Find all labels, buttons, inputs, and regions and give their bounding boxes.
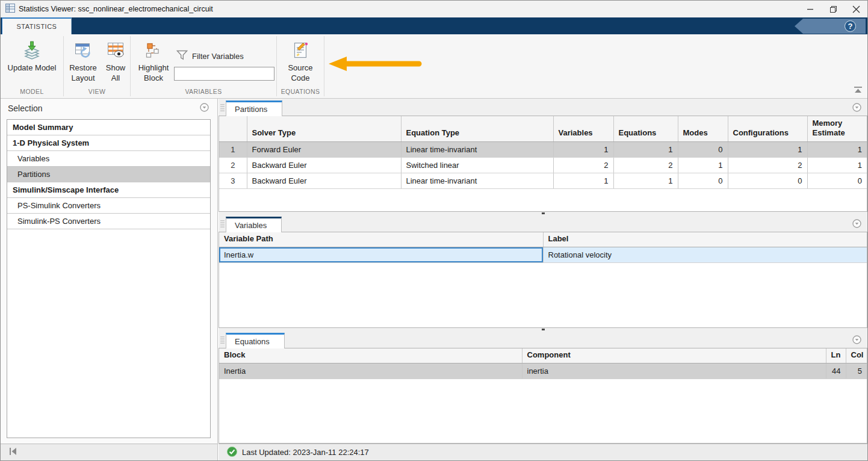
ribbon-section-variables: VARIABLES [131, 88, 276, 98]
cell-memory-estimate[interactable]: 1 [807, 157, 867, 173]
restore-button[interactable] [822, 1, 845, 17]
ribbon-section-view: VIEW [64, 88, 130, 98]
col-modes: Modes [678, 116, 728, 141]
panel-drag-grip-icon[interactable] [220, 104, 225, 114]
source-code-label: Source Code [282, 63, 318, 84]
selection-list: Model Summary 1-D Physical System Variab… [7, 119, 211, 438]
variables-tab-bar: Variables [219, 215, 867, 232]
ribbon-group-equations: Source Code EQUATIONS [277, 34, 324, 98]
cell-equations[interactable]: 1 [613, 173, 678, 188]
minimize-button[interactable] [799, 1, 822, 17]
cell-component[interactable]: inertia [522, 364, 826, 379]
col-col: Col [846, 348, 867, 364]
cell-variables[interactable]: 1 [553, 141, 613, 157]
cell-block[interactable]: Inertia [219, 364, 522, 379]
cell-col[interactable]: 5 [846, 364, 867, 379]
panel-drag-grip-icon[interactable] [220, 336, 225, 347]
highlight-block-icon [144, 40, 163, 61]
collapse-toolstrip-button[interactable] [854, 85, 863, 96]
cell-solver-type[interactable]: Forward Euler [247, 141, 401, 157]
cell-equations[interactable]: 1 [613, 141, 678, 157]
ribbon-separator [324, 36, 324, 96]
title-bar: Statistics Viewer: ssc_nonlinear_electro… [1, 1, 867, 17]
cell-configurations[interactable]: 2 [728, 157, 807, 173]
col-configurations: Configurations [728, 116, 807, 141]
partitions-table-container: Solver Type Equation Type Variables Equa… [219, 116, 867, 212]
cell-equation-type[interactable]: Linear time-invariant [401, 141, 553, 157]
cell-memory-estimate[interactable]: 1 [807, 141, 867, 157]
update-model-label: Update Model [8, 63, 57, 73]
cell-variables[interactable]: 2 [553, 157, 613, 173]
col-component: Component [522, 348, 826, 364]
cell-label[interactable]: Rotational velocity [543, 247, 867, 263]
selection-item-1d-physical-system[interactable]: 1-D Physical System [7, 135, 210, 151]
partitions-row-3: 3 Backward Euler Linear time-invariant 1… [219, 173, 867, 188]
col-variables: Variables [553, 116, 613, 141]
partitions-collapse-icon[interactable] [852, 103, 861, 114]
ribbon-section-equations: EQUATIONS [277, 88, 324, 98]
cell-modes[interactable]: 0 [678, 141, 728, 157]
restore-layout-button[interactable]: Restore Layout [64, 34, 102, 84]
equations-table-container: Block Component Ln Col Inertia inertia 4… [219, 348, 867, 444]
cell-rownum[interactable]: 1 [219, 141, 247, 157]
tab-partitions[interactable]: Partitions [226, 101, 282, 116]
cell-equation-type[interactable]: Linear time-invariant [401, 173, 553, 188]
cell-rownum[interactable]: 3 [219, 173, 247, 188]
equations-panel: Equations Block Component Ln Col [219, 331, 867, 444]
cell-solver-type[interactable]: Backward Euler [247, 173, 401, 188]
tab-equations[interactable]: Equations [226, 333, 285, 348]
filter-variables-control: Filter Variables [174, 50, 276, 81]
collapse-left-panel-button[interactable] [8, 447, 18, 458]
tab-statistics[interactable]: STATISTICS [2, 17, 72, 34]
selection-item-partitions[interactable]: Partitions [7, 167, 210, 182]
cell-configurations[interactable]: 1 [728, 141, 807, 157]
help-button[interactable]: ? [795, 19, 866, 34]
selection-item-simulink-ps-converters[interactable]: Simulink-PS Converters [7, 214, 210, 229]
cell-solver-type[interactable]: Backward Euler [247, 157, 401, 173]
equations-row-1: Inertia inertia 44 5 [219, 364, 867, 379]
equations-collapse-icon[interactable] [852, 335, 861, 347]
restore-layout-icon [73, 40, 93, 61]
partitions-row-1: 1 Forward Euler Linear time-invariant 1 … [219, 141, 867, 157]
cell-ln[interactable]: 44 [826, 364, 846, 379]
variables-row-1: Inertia.w Rotational velocity [219, 247, 867, 263]
selection-item-variables[interactable]: Variables [7, 151, 210, 167]
last-updated-text: Last Updated: 2023-Jan-11 22:24:17 [242, 448, 369, 457]
col-ln: Ln [826, 348, 846, 364]
update-model-button[interactable]: Update Model [8, 34, 57, 73]
cell-variable-path[interactable]: Inertia.w [219, 247, 543, 263]
col-solver-type: Solver Type [247, 116, 401, 141]
selection-item-simulink-simscape-interface[interactable]: Simulink/Simscape Interface [7, 182, 210, 198]
selection-item-ps-simulink-converters[interactable]: PS-Simulink Converters [7, 198, 210, 214]
cell-configurations[interactable]: 0 [728, 173, 807, 188]
close-button[interactable] [845, 1, 867, 17]
selection-item-model-summary[interactable]: Model Summary [7, 120, 210, 135]
window-title: Statistics Viewer: ssc_nonlinear_electro… [19, 5, 213, 13]
highlight-block-button[interactable]: Highlight Block [133, 34, 174, 84]
ribbon-group-model: Update Model MODEL [1, 34, 63, 98]
cell-memory-estimate[interactable]: 0 [807, 173, 867, 188]
cell-modes[interactable]: 0 [678, 173, 728, 188]
cell-variables[interactable]: 1 [553, 173, 613, 188]
status-bar: Last Updated: 2023-Jan-11 22:24:17 [219, 444, 867, 460]
source-code-icon [291, 40, 310, 61]
show-all-button[interactable]: Show All [102, 34, 129, 84]
partitions-tab-bar: Partitions [219, 99, 867, 116]
cell-equations[interactable]: 2 [613, 157, 678, 173]
col-equations: Equations [613, 116, 678, 141]
col-equation-type: Equation Type [401, 116, 553, 141]
cell-rownum[interactable]: 2 [219, 157, 247, 173]
cell-modes[interactable]: 1 [678, 157, 728, 173]
equations-header-row: Block Component Ln Col [219, 348, 867, 364]
partitions-table: Solver Type Equation Type Variables Equa… [219, 116, 867, 189]
ribbon-section-model: MODEL [1, 88, 63, 98]
variables-collapse-icon[interactable] [852, 219, 861, 230]
panel-drag-grip-icon[interactable] [220, 220, 225, 230]
selection-collapse-icon[interactable] [200, 103, 209, 114]
cell-equation-type[interactable]: Switched linear [401, 157, 553, 173]
tab-variables[interactable]: Variables [226, 217, 282, 232]
filter-variables-input[interactable] [174, 67, 274, 81]
source-code-button[interactable]: Source Code [282, 34, 318, 84]
variables-header-row: Variable Path Label [219, 232, 867, 247]
partitions-row-2: 2 Backward Euler Switched linear 2 2 1 2… [219, 157, 867, 173]
